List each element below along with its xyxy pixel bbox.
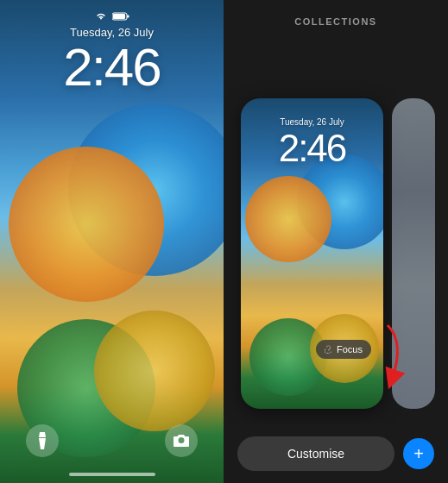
preview-orb-orange <box>245 176 331 262</box>
orb-orange <box>9 147 164 302</box>
focus-badge-label: Focus <box>337 344 363 354</box>
wifi-icon <box>95 12 107 21</box>
camera-icon <box>173 434 190 448</box>
customise-label: Customise <box>287 447 344 461</box>
lock-screen-time: 2:46 <box>0 41 224 94</box>
status-bar <box>0 12 224 21</box>
lock-screen-controls <box>0 424 224 457</box>
preview-time: 2:46 <box>241 129 383 167</box>
preview-date: Tuesday, 26 July <box>241 117 383 127</box>
flashlight-button[interactable] <box>26 424 59 457</box>
bottom-bar: Customise + <box>224 424 448 483</box>
camera-button[interactable] <box>165 424 198 457</box>
battery-icon <box>112 12 129 21</box>
lock-screen-time-area: Tuesday, 26 July 2:46 <box>0 26 224 94</box>
orb-yellow <box>94 310 215 431</box>
home-indicator <box>69 473 155 476</box>
add-button[interactable]: + <box>403 438 434 469</box>
collections-title: COLLECTIONS <box>294 16 376 27</box>
collections-header: COLLECTIONS <box>294 13 376 28</box>
arrow-indicator <box>362 321 413 390</box>
collections-panel: COLLECTIONS Tuesday, 26 July 2:46 Focus <box>224 0 448 483</box>
customise-button[interactable]: Customise <box>237 436 394 471</box>
flashlight-icon <box>35 432 49 449</box>
collections-preview-area: Tuesday, 26 July 2:46 Focus <box>224 37 448 469</box>
lock-screen-panel: Tuesday, 26 July 2:46 <box>0 0 224 483</box>
svg-rect-2 <box>127 16 129 18</box>
focus-link-icon <box>325 345 333 354</box>
add-icon: + <box>413 445 424 462</box>
svg-rect-1 <box>113 14 125 19</box>
